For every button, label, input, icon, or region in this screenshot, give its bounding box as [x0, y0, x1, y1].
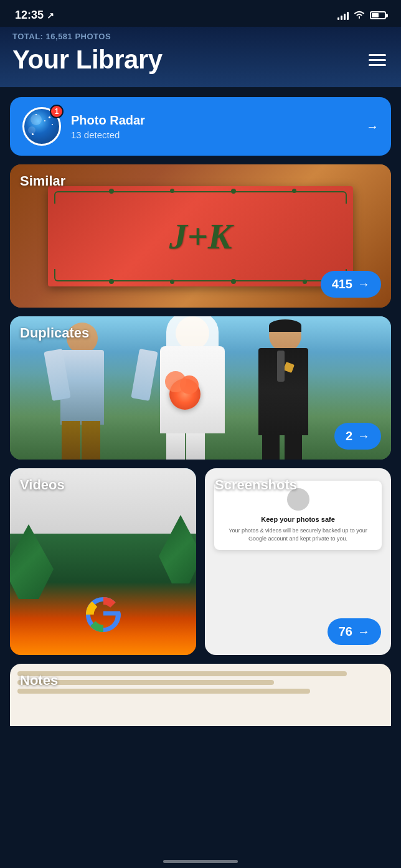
battery-icon: [370, 11, 386, 19]
google-logo: [82, 593, 125, 636]
radar-badge: 1: [50, 105, 64, 118]
total-label: TOTAL: 16,581 PHOTOS: [12, 32, 389, 41]
screenshots-count-bubble[interactable]: 76 →: [328, 618, 381, 645]
location-icon: ↗: [47, 11, 54, 21]
status-time: 12:35 ↗: [15, 9, 54, 22]
screenshots-arrow-icon: →: [357, 625, 370, 639]
videos-card[interactable]: Videos: [10, 468, 196, 655]
screenshots-label: Screenshots: [215, 477, 297, 493]
mock-body: Your photos & videos will be securely ba…: [222, 527, 374, 542]
similar-count-bubble[interactable]: 415 →: [321, 271, 381, 298]
status-icons: [337, 10, 386, 21]
signal-icon: [337, 11, 349, 20]
menu-button[interactable]: [366, 52, 389, 68]
similar-label: Similar: [20, 173, 65, 189]
duplicates-count-bubble[interactable]: 2 →: [334, 423, 381, 450]
page-title: Your Library: [12, 45, 163, 75]
duplicates-label: Duplicates: [20, 325, 89, 341]
videos-image: [10, 468, 196, 655]
radar-text: Photo Radar 13 detected: [71, 113, 356, 140]
notes-card[interactable]: Notes: [10, 664, 391, 726]
header: TOTAL: 16,581 PHOTOS Your Library: [0, 27, 401, 87]
mock-title: Keep your photos safe: [222, 516, 374, 523]
similar-card[interactable]: Similar J+K 415 →: [10, 164, 391, 308]
wifi-icon: [354, 10, 365, 21]
radar-subtitle: 13 detected: [71, 130, 356, 140]
radar-title: Photo Radar: [71, 113, 356, 128]
screenshots-count: 76: [339, 625, 352, 639]
similar-arrow-icon: →: [357, 277, 370, 291]
screenshots-card[interactable]: Screenshots Keep your photos safe Your p…: [205, 468, 391, 655]
status-bar: 12:35 ↗: [0, 0, 401, 27]
radar-banner[interactable]: 1 Photo Radar 13 detected →: [10, 97, 391, 156]
jk-sign-decoration: J+K: [48, 186, 353, 286]
radar-icon-wrap: 1: [22, 107, 61, 146]
videos-label: Videos: [20, 477, 65, 493]
duplicates-card[interactable]: Duplicates: [10, 316, 391, 460]
duplicates-count: 2: [346, 429, 352, 443]
notes-image: [10, 664, 391, 726]
main-content: 1 Photo Radar 13 detected → Similar: [0, 87, 401, 726]
two-col-grid: Videos Screenshots: [10, 468, 391, 655]
duplicates-arrow-icon: →: [357, 429, 370, 443]
notes-label: Notes: [20, 672, 58, 689]
notes-line-3: [17, 689, 310, 694]
similar-count: 415: [332, 277, 352, 291]
radar-arrow-icon: →: [366, 120, 379, 134]
home-indicator: [163, 860, 238, 863]
notes-line-1: [17, 671, 347, 676]
